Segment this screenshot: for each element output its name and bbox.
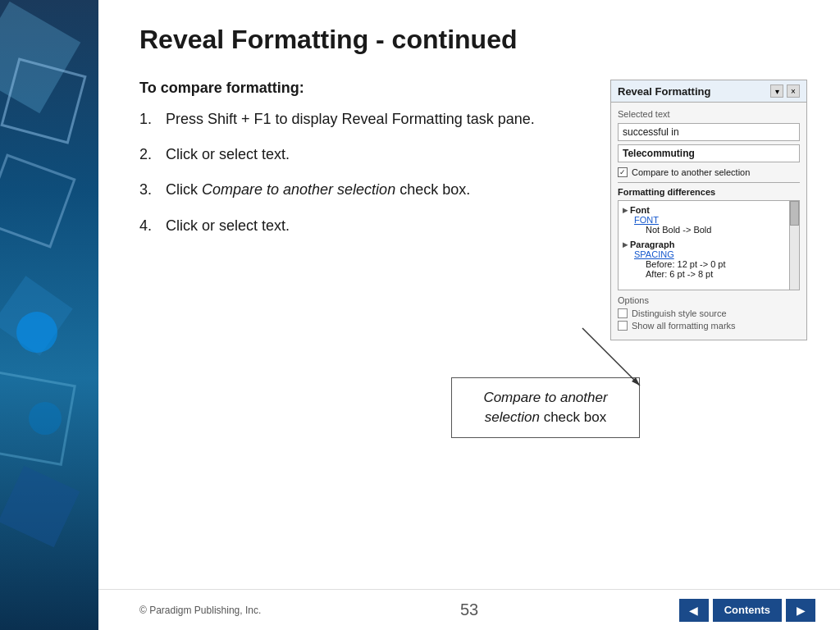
step-2: 2. Click or select text. bbox=[139, 144, 569, 165]
compare-checkbox[interactable] bbox=[618, 167, 628, 177]
font-group-header: ▶ Font bbox=[623, 205, 783, 215]
deco-circle bbox=[16, 312, 57, 353]
copyright-text: © Paradigm Publishing, Inc. bbox=[139, 605, 261, 616]
prev-button[interactable]: ◀ bbox=[679, 599, 709, 622]
deco-shape bbox=[0, 153, 76, 248]
task-pane-controls: ▾ × bbox=[770, 84, 800, 98]
spacing-link[interactable]: SPACING bbox=[634, 249, 783, 259]
page-number: 53 bbox=[460, 600, 478, 619]
main-content: Reveal Formatting - continued To compare… bbox=[98, 0, 840, 630]
deco-circle bbox=[29, 402, 62, 435]
step-num-2: 2. bbox=[139, 144, 156, 165]
contents-button[interactable]: Contents bbox=[713, 599, 782, 622]
option-checkbox-1[interactable] bbox=[618, 308, 628, 318]
spacing-after: After: 6 pt -> 8 pt bbox=[634, 269, 783, 279]
step-num-3: 3. bbox=[139, 180, 156, 200]
text-box-2[interactable]: Telecommuting bbox=[618, 144, 800, 162]
step-4: 4. Click or select text. bbox=[139, 216, 569, 236]
selected-text-label: Selected text bbox=[618, 109, 800, 119]
step-num-1: 1. bbox=[139, 109, 156, 130]
compare-heading: To compare formatting: bbox=[139, 80, 569, 97]
options-label: Options bbox=[618, 295, 800, 305]
option-checkbox-2[interactable] bbox=[618, 321, 628, 331]
footer-nav: ◀ Contents ▶ bbox=[679, 599, 815, 622]
collapse-icon: ▶ bbox=[623, 241, 628, 249]
step-text-1: Press Shift + F1 to display Reveal Forma… bbox=[166, 109, 535, 130]
font-link[interactable]: FONT bbox=[634, 215, 783, 225]
italic-text: Compare to another selection bbox=[202, 181, 395, 198]
font-group-label: Font bbox=[630, 205, 650, 215]
spacing-before: Before: 12 pt -> 0 pt bbox=[634, 259, 783, 269]
text-section: To compare formatting: 1. Press Shift + … bbox=[139, 80, 586, 251]
option-row-2: Show all formatting marks bbox=[618, 321, 800, 331]
compare-checkbox-label: Compare to another selection bbox=[632, 167, 750, 177]
task-pane-dropdown-btn[interactable]: ▾ bbox=[770, 84, 783, 98]
deco-shape bbox=[0, 466, 80, 548]
option-label-2: Show all formatting marks bbox=[632, 321, 736, 331]
paragraph-group: ▶ Paragraph SPACING Before: 12 pt -> 0 p… bbox=[623, 240, 783, 279]
task-pane: Reveal Formatting ▾ × Selected text succ… bbox=[610, 80, 807, 340]
page-title: Reveal Formatting - continued bbox=[139, 25, 807, 55]
left-decorative-panel bbox=[0, 0, 98, 630]
task-pane-close-btn[interactable]: × bbox=[787, 84, 800, 98]
collapse-icon: ▶ bbox=[623, 207, 628, 214]
step-text-2: Click or select text. bbox=[166, 144, 290, 165]
step-num-4: 4. bbox=[139, 216, 156, 236]
scrollbar[interactable] bbox=[789, 201, 799, 290]
task-pane-title: Reveal Formatting bbox=[618, 85, 710, 98]
callout-box: Compare to another selection check box bbox=[451, 377, 640, 438]
option-label-1: Distinguish style source bbox=[632, 308, 727, 318]
step-1: 1. Press Shift + F1 to display Reveal Fo… bbox=[139, 109, 569, 130]
formatting-tree-area: ▶ Font FONT Not Bold -> Bold ▶ Pa bbox=[618, 200, 800, 290]
step-text-3: Click Compare to another selection check… bbox=[166, 180, 470, 200]
font-group-body: FONT Not Bold -> Bold bbox=[623, 215, 783, 235]
step-text-4: Click or select text. bbox=[166, 216, 290, 236]
task-pane-body: Selected text successful in Telecommutin… bbox=[611, 103, 806, 340]
callout-text: Compare to another selection check box bbox=[483, 390, 607, 425]
paragraph-group-body: SPACING Before: 12 pt -> 0 pt After: 6 p… bbox=[623, 249, 783, 279]
steps-list: 1. Press Shift + F1 to display Reveal Fo… bbox=[139, 109, 569, 236]
content-layout: To compare formatting: 1. Press Shift + … bbox=[139, 80, 807, 340]
option-row-1: Distinguish style source bbox=[618, 308, 800, 318]
font-detail: Not Bold -> Bold bbox=[634, 225, 783, 235]
paragraph-group-header: ▶ Paragraph bbox=[623, 240, 783, 249]
scrollbar-thumb[interactable] bbox=[790, 201, 799, 226]
formatting-diff-label: Formatting differences bbox=[618, 182, 800, 197]
paragraph-group-label: Paragraph bbox=[630, 240, 674, 249]
text-box-1[interactable]: successful in bbox=[618, 123, 800, 141]
font-group: ▶ Font FONT Not Bold -> Bold bbox=[623, 205, 783, 235]
step-3: 3. Click Compare to another selection ch… bbox=[139, 180, 569, 200]
compare-checkbox-row[interactable]: Compare to another selection bbox=[618, 167, 800, 177]
task-pane-header: Reveal Formatting ▾ × bbox=[611, 80, 806, 103]
next-button[interactable]: ▶ bbox=[786, 599, 815, 622]
footer: © Paradigm Publishing, Inc. 53 ◀ Content… bbox=[98, 589, 840, 630]
